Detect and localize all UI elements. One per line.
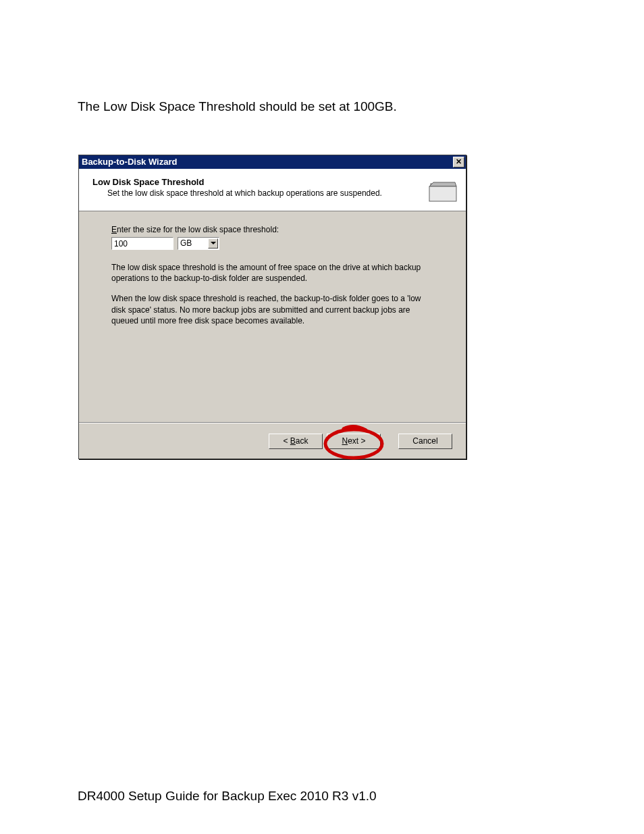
back-button[interactable]: < Back — [269, 434, 323, 449]
threshold-size-input[interactable] — [111, 237, 173, 250]
description-2: When the low disk space threshold is rea… — [111, 293, 435, 326]
intro-text: The Low Disk Space Threshold should be s… — [78, 99, 397, 114]
svg-rect-2 — [429, 186, 456, 201]
cancel-button[interactable]: Cancel — [398, 434, 452, 449]
dialog-button-row: < Back Next > Cancel — [269, 434, 452, 449]
header-title: Low Disk Space Threshold — [92, 177, 420, 187]
description-1: The low disk space threshold is the amou… — [111, 262, 435, 284]
unit-select-value: GB — [180, 238, 192, 248]
chevron-down-icon[interactable] — [208, 238, 218, 249]
folder-icon — [428, 178, 458, 203]
threshold-unit-select[interactable]: GB — [178, 237, 219, 250]
footer-text: DR4000 Setup Guide for Backup Exec 2010 … — [78, 789, 377, 804]
header-text: Low Disk Space Threshold Set the low dis… — [92, 177, 420, 198]
backup-wizard-dialog: Backup-to-Disk Wizard ✕ Low Disk Space T… — [78, 155, 466, 459]
threshold-input-row: GB — [111, 237, 446, 250]
svg-marker-1 — [429, 182, 456, 186]
next-button[interactable]: Next > — [327, 434, 381, 449]
dialog-titlebar: Backup-to-Disk Wizard ✕ — [79, 155, 466, 169]
dialog-divider — [79, 422, 466, 423]
document-page: The Low Disk Space Threshold should be s… — [0, 0, 644, 834]
dialog-header: Low Disk Space Threshold Set the low dis… — [79, 169, 466, 211]
close-button[interactable]: ✕ — [453, 157, 464, 167]
description-block: The low disk space threshold is the amou… — [111, 262, 446, 326]
dialog-body: Enter the size for the low disk space th… — [79, 211, 466, 326]
dialog-title: Backup-to-Disk Wizard — [82, 155, 453, 169]
threshold-prompt: Enter the size for the low disk space th… — [111, 225, 446, 234]
header-subtitle: Set the low disk space threshold at whic… — [107, 188, 420, 198]
